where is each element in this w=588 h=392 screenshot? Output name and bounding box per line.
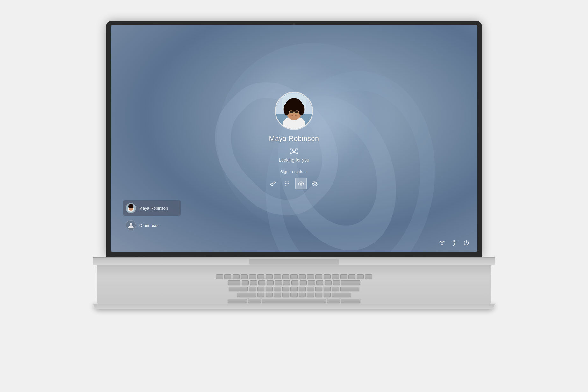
svg-point-28: [128, 204, 133, 208]
svg-point-16: [285, 181, 286, 182]
avatar-image: [276, 92, 312, 130]
wifi-icon[interactable]: [439, 239, 446, 246]
user-name-label: Maya Robinson: [269, 134, 319, 143]
svg-point-29: [130, 223, 132, 226]
svg-point-10: [290, 111, 293, 113]
svg-point-30: [454, 240, 455, 242]
svg-point-17: [287, 181, 288, 182]
svg-point-24: [300, 183, 302, 185]
accessibility-icon[interactable]: [451, 239, 458, 246]
svg-point-18: [288, 181, 289, 182]
sign-in-pin-button[interactable]: [281, 178, 293, 189]
laptop-keyboard: [97, 265, 491, 304]
laptop-hinge: [93, 257, 495, 265]
user-list-avatar-other: [126, 220, 136, 230]
svg-point-15: [293, 149, 296, 152]
screen: Maya Robinson Looking for you: [111, 25, 477, 252]
touchpad: [249, 259, 339, 265]
power-icon[interactable]: [463, 239, 470, 246]
keyboard-keys: [119, 272, 469, 297]
user-list-item-other[interactable]: Other user: [123, 218, 181, 233]
windows-hello-scanning-icon: [290, 148, 298, 154]
svg-point-19: [285, 183, 286, 184]
user-avatar: [275, 92, 313, 130]
user-list: Maya Robinson Other user: [123, 200, 181, 233]
laptop-bottom-bar: [93, 304, 495, 309]
svg-point-9: [298, 103, 304, 115]
laptop-device: Maya Robinson Looking for you: [87, 21, 501, 371]
status-text: Looking for you: [279, 157, 309, 163]
sign-in-options-bar: [267, 178, 321, 189]
svg-point-21: [288, 183, 289, 184]
user-list-item-maya[interactable]: Maya Robinson: [123, 200, 181, 216]
sign-in-face-button[interactable]: [295, 178, 307, 189]
svg-point-20: [287, 183, 288, 184]
svg-point-23: [287, 185, 288, 186]
svg-point-11: [295, 111, 298, 113]
lock-screen-content: Maya Robinson Looking for you: [267, 92, 321, 189]
sign-in-fingerprint-button[interactable]: [309, 178, 321, 189]
sign-in-options-label: Sign in options: [280, 170, 308, 174]
system-icons-bar: [439, 239, 470, 246]
svg-point-8: [284, 103, 290, 115]
user-list-avatar-maya: [126, 203, 136, 213]
user-list-name-maya: Maya Robinson: [139, 206, 168, 211]
svg-point-22: [285, 185, 286, 186]
sign-in-password-button[interactable]: [267, 178, 279, 189]
user-list-name-other: Other user: [139, 223, 159, 228]
laptop-lid: Maya Robinson Looking for you: [106, 21, 482, 257]
